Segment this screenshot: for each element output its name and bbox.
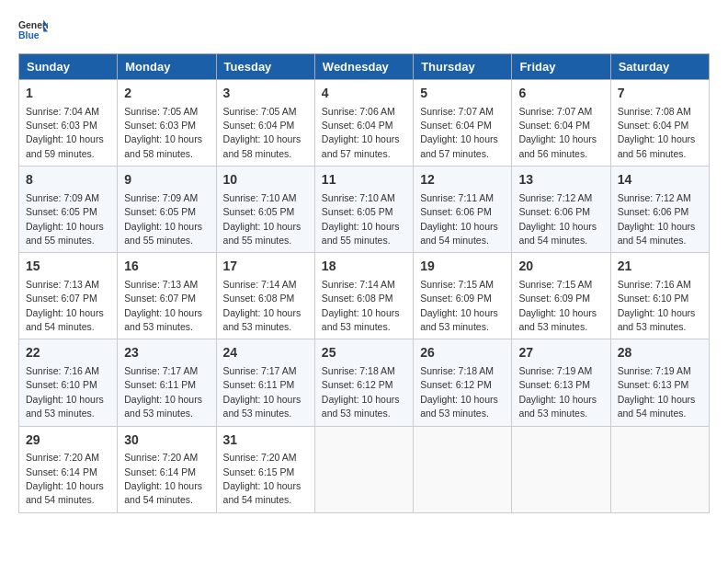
calendar-cell: 1 Sunrise: 7:04 AMSunset: 6:03 PMDayligh… — [19, 80, 118, 167]
day-number: 30 — [124, 431, 209, 450]
day-info: Sunrise: 7:14 AMSunset: 6:08 PMDaylight:… — [322, 279, 400, 332]
day-info: Sunrise: 7:19 AMSunset: 6:13 PMDaylight:… — [618, 365, 696, 419]
calendar-cell: 4 Sunrise: 7:06 AMSunset: 6:04 PMDayligh… — [314, 80, 413, 167]
weekday-header-thursday: Thursday — [414, 54, 512, 80]
calendar-cell: 15 Sunrise: 7:13 AMSunset: 6:07 PMDaylig… — [19, 253, 118, 339]
day-info: Sunrise: 7:06 AMSunset: 6:04 PMDaylight:… — [322, 106, 400, 159]
day-info: Sunrise: 7:16 AMSunset: 6:10 PMDaylight:… — [618, 279, 696, 332]
day-number: 13 — [518, 171, 603, 190]
weekday-header-wednesday: Wednesday — [314, 54, 413, 80]
calendar-week-row: 1 Sunrise: 7:04 AMSunset: 6:03 PMDayligh… — [19, 80, 710, 167]
day-number: 17 — [223, 258, 308, 276]
calendar-cell: 19 Sunrise: 7:15 AMSunset: 6:09 PMDaylig… — [414, 253, 512, 339]
day-number: 4 — [322, 85, 406, 103]
calendar-cell: 11 Sunrise: 7:10 AMSunset: 6:05 PMDaylig… — [314, 167, 413, 253]
day-info: Sunrise: 7:09 AMSunset: 6:05 PMDaylight:… — [26, 192, 104, 246]
calendar-cell: 6 Sunrise: 7:07 AMSunset: 6:04 PMDayligh… — [512, 80, 610, 167]
day-info: Sunrise: 7:07 AMSunset: 6:04 PMDaylight:… — [518, 106, 597, 159]
calendar-cell: 25 Sunrise: 7:18 AMSunset: 6:12 PMDaylig… — [314, 339, 413, 426]
calendar-cell: 9 Sunrise: 7:09 AMSunset: 6:05 PMDayligh… — [118, 167, 216, 253]
day-info: Sunrise: 7:20 AMSunset: 6:14 PMDaylight:… — [124, 452, 202, 505]
calendar-table: SundayMondayTuesdayWednesdayThursdayFrid… — [18, 53, 710, 513]
day-info: Sunrise: 7:09 AMSunset: 6:05 PMDaylight:… — [124, 192, 202, 246]
day-info: Sunrise: 7:18 AMSunset: 6:12 PMDaylight:… — [420, 365, 498, 419]
day-info: Sunrise: 7:05 AMSunset: 6:04 PMDaylight:… — [223, 106, 301, 159]
calendar-cell: 13 Sunrise: 7:12 AMSunset: 6:06 PMDaylig… — [512, 167, 610, 253]
calendar-cell — [512, 426, 610, 512]
calendar-cell — [414, 426, 512, 512]
calendar-cell: 24 Sunrise: 7:17 AMSunset: 6:11 PMDaylig… — [216, 339, 314, 426]
day-number: 7 — [618, 85, 702, 103]
day-number: 11 — [322, 171, 406, 190]
day-info: Sunrise: 7:18 AMSunset: 6:12 PMDaylight:… — [322, 365, 400, 419]
day-number: 21 — [618, 258, 702, 276]
calendar-cell: 12 Sunrise: 7:11 AMSunset: 6:06 PMDaylig… — [414, 167, 512, 253]
calendar-cell: 26 Sunrise: 7:18 AMSunset: 6:12 PMDaylig… — [414, 339, 512, 426]
day-info: Sunrise: 7:17 AMSunset: 6:11 PMDaylight:… — [124, 365, 202, 419]
page-header: General Blue — [18, 18, 710, 44]
calendar-cell: 3 Sunrise: 7:05 AMSunset: 6:04 PMDayligh… — [216, 80, 314, 167]
weekday-header-monday: Monday — [118, 54, 216, 80]
calendar-cell: 28 Sunrise: 7:19 AMSunset: 6:13 PMDaylig… — [610, 339, 709, 426]
calendar-cell: 21 Sunrise: 7:16 AMSunset: 6:10 PMDaylig… — [610, 253, 709, 339]
day-number: 1 — [26, 85, 110, 103]
calendar-cell — [610, 426, 709, 512]
day-number: 18 — [322, 258, 406, 276]
calendar-cell: 20 Sunrise: 7:15 AMSunset: 6:09 PMDaylig… — [512, 253, 610, 339]
calendar-cell: 17 Sunrise: 7:14 AMSunset: 6:08 PMDaylig… — [216, 253, 314, 339]
day-info: Sunrise: 7:10 AMSunset: 6:05 PMDaylight:… — [223, 192, 301, 246]
day-info: Sunrise: 7:15 AMSunset: 6:09 PMDaylight:… — [420, 279, 498, 332]
day-number: 25 — [322, 344, 406, 362]
calendar-cell: 27 Sunrise: 7:19 AMSunset: 6:13 PMDaylig… — [512, 339, 610, 426]
day-number: 29 — [26, 431, 110, 450]
day-info: Sunrise: 7:12 AMSunset: 6:06 PMDaylight:… — [618, 192, 696, 246]
day-info: Sunrise: 7:20 AMSunset: 6:15 PMDaylight:… — [223, 452, 301, 505]
calendar-cell: 30 Sunrise: 7:20 AMSunset: 6:14 PMDaylig… — [118, 426, 216, 512]
day-info: Sunrise: 7:20 AMSunset: 6:14 PMDaylight:… — [26, 452, 104, 505]
calendar-week-row: 15 Sunrise: 7:13 AMSunset: 6:07 PMDaylig… — [19, 253, 710, 339]
day-number: 24 — [223, 344, 308, 362]
calendar-cell: 10 Sunrise: 7:10 AMSunset: 6:05 PMDaylig… — [216, 167, 314, 253]
day-number: 26 — [420, 344, 505, 362]
day-info: Sunrise: 7:19 AMSunset: 6:13 PMDaylight:… — [518, 365, 597, 419]
calendar-cell — [314, 426, 413, 512]
weekday-header-friday: Friday — [512, 54, 610, 80]
day-info: Sunrise: 7:07 AMSunset: 6:04 PMDaylight:… — [420, 106, 498, 159]
calendar-week-row: 22 Sunrise: 7:16 AMSunset: 6:10 PMDaylig… — [19, 339, 710, 426]
day-number: 31 — [223, 431, 308, 450]
calendar-cell: 29 Sunrise: 7:20 AMSunset: 6:14 PMDaylig… — [19, 426, 118, 512]
day-number: 2 — [124, 85, 209, 103]
day-number: 14 — [618, 171, 702, 190]
day-info: Sunrise: 7:13 AMSunset: 6:07 PMDaylight:… — [26, 279, 104, 332]
day-info: Sunrise: 7:15 AMSunset: 6:09 PMDaylight:… — [518, 279, 597, 332]
day-number: 8 — [26, 171, 110, 190]
day-number: 20 — [518, 258, 603, 276]
calendar-cell: 16 Sunrise: 7:13 AMSunset: 6:07 PMDaylig… — [118, 253, 216, 339]
calendar-cell: 7 Sunrise: 7:08 AMSunset: 6:04 PMDayligh… — [610, 80, 709, 167]
day-number: 12 — [420, 171, 505, 190]
calendar-cell: 5 Sunrise: 7:07 AMSunset: 6:04 PMDayligh… — [414, 80, 512, 167]
day-number: 10 — [223, 171, 308, 190]
calendar-week-row: 29 Sunrise: 7:20 AMSunset: 6:14 PMDaylig… — [19, 426, 710, 512]
day-info: Sunrise: 7:12 AMSunset: 6:06 PMDaylight:… — [518, 192, 597, 246]
day-number: 28 — [618, 344, 702, 362]
svg-text:Blue: Blue — [18, 30, 40, 40]
day-number: 9 — [124, 171, 209, 190]
calendar-header-row: SundayMondayTuesdayWednesdayThursdayFrid… — [19, 54, 710, 80]
calendar-cell: 18 Sunrise: 7:14 AMSunset: 6:08 PMDaylig… — [314, 253, 413, 339]
logo-icon: General Blue — [18, 18, 48, 44]
day-number: 15 — [26, 258, 110, 276]
calendar-cell: 31 Sunrise: 7:20 AMSunset: 6:15 PMDaylig… — [216, 426, 314, 512]
day-number: 3 — [223, 85, 308, 103]
day-info: Sunrise: 7:04 AMSunset: 6:03 PMDaylight:… — [26, 106, 104, 159]
day-info: Sunrise: 7:13 AMSunset: 6:07 PMDaylight:… — [124, 279, 202, 332]
day-number: 23 — [124, 344, 209, 362]
weekday-header-tuesday: Tuesday — [216, 54, 314, 80]
day-info: Sunrise: 7:17 AMSunset: 6:11 PMDaylight:… — [223, 365, 301, 419]
day-number: 6 — [518, 85, 603, 103]
day-info: Sunrise: 7:14 AMSunset: 6:08 PMDaylight:… — [223, 279, 301, 332]
weekday-header-sunday: Sunday — [19, 54, 118, 80]
calendar-cell: 2 Sunrise: 7:05 AMSunset: 6:03 PMDayligh… — [118, 80, 216, 167]
calendar-cell: 8 Sunrise: 7:09 AMSunset: 6:05 PMDayligh… — [19, 167, 118, 253]
weekday-header-saturday: Saturday — [610, 54, 709, 80]
